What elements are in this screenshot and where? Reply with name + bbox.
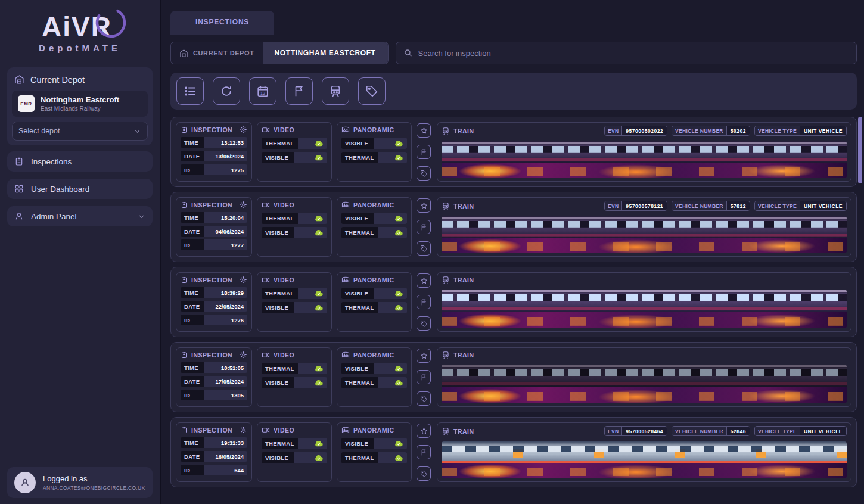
id-row: ID 1275	[181, 164, 247, 175]
cloud-available-icon[interactable]	[374, 363, 407, 374]
panoramic-thermal-row: THERMAL	[341, 152, 407, 163]
gear-icon[interactable]	[240, 126, 247, 133]
thermal-label: THERMAL	[341, 377, 378, 388]
time-row: TIME 18:39:29	[181, 287, 247, 298]
time-value: 15:20:04	[204, 212, 247, 223]
cloud-available-icon[interactable]	[374, 138, 407, 149]
train-image[interactable]	[442, 290, 847, 328]
cloud-available-icon[interactable]	[378, 302, 407, 313]
inspection-panel: INSPECTION TIME 15:20:04 DATE 04/06/2024…	[176, 197, 252, 257]
star-icon[interactable]	[417, 273, 431, 288]
panoramic-image-icon	[341, 126, 350, 134]
sidebar-item-inspections[interactable]: Inspections	[7, 151, 153, 172]
cloud-available-icon[interactable]	[298, 288, 327, 299]
time-value: 18:39:29	[204, 287, 247, 298]
list-view-button[interactable]	[176, 77, 204, 105]
flag-icon[interactable]	[417, 295, 431, 309]
select-depot-dropdown[interactable]: Select depot	[12, 122, 148, 141]
calendar-filter-button[interactable]: 12	[249, 77, 276, 105]
tab-inspections[interactable]: INSPECTIONS	[170, 11, 274, 35]
depot-item[interactable]: EMR Nottingham Eastcroft East Midlands R…	[12, 91, 148, 117]
train-image[interactable]	[442, 216, 847, 253]
video-camera-icon	[262, 126, 270, 134]
train-icon	[442, 202, 450, 210]
tag-icon[interactable]	[417, 466, 431, 481]
flag-icon[interactable]	[417, 220, 431, 234]
tag-icon[interactable]	[417, 241, 431, 256]
inspection-panel-title: INSPECTION	[191, 427, 232, 434]
thermal-label: THERMAL	[341, 152, 378, 163]
cloud-available-icon[interactable]	[294, 227, 327, 238]
sidebar-item-admin-panel[interactable]: Admin Panel	[7, 206, 153, 226]
star-icon[interactable]	[417, 198, 431, 213]
panoramic-image-icon	[341, 426, 350, 434]
train-visible-scan	[442, 365, 847, 387]
flag-icon[interactable]	[417, 145, 431, 159]
train-thermal-scan	[442, 387, 847, 403]
search-input[interactable]	[418, 49, 849, 58]
id-row: ID 644	[181, 465, 247, 475]
tag-icon[interactable]	[417, 316, 431, 331]
current-depot-header: Current Depot	[12, 72, 148, 91]
id-label: ID	[181, 390, 204, 400]
cloud-available-icon[interactable]	[378, 227, 407, 238]
cloud-available-icon[interactable]	[378, 452, 407, 463]
star-icon[interactable]	[417, 349, 431, 363]
inspections-icon	[14, 157, 24, 166]
gear-icon[interactable]	[240, 276, 247, 284]
cloud-available-icon[interactable]	[374, 438, 407, 449]
flag-icon[interactable]	[417, 445, 431, 459]
depot-operator: East Midlands Railway	[41, 105, 119, 112]
panoramic-thermal-row: THERMAL	[341, 377, 407, 388]
time-label: TIME	[181, 137, 204, 148]
depot-pill: CURRENT DEPOT NOTTINGHAM EASTCROFT	[170, 42, 389, 64]
cloud-available-icon[interactable]	[298, 363, 327, 374]
train-image[interactable]	[442, 141, 847, 178]
logged-in-user[interactable]: Logged in as ANNA.COATES@ONEBIGCIRCLE.CO…	[7, 467, 153, 498]
vehicle-type-badge: VEHICLE TYPE UNIT VEHICLE	[754, 201, 847, 211]
video-visible-row: VISIBLE	[262, 152, 327, 163]
sidebar-item-user-dashboard[interactable]: User Dashboard	[7, 179, 153, 199]
thermal-label: THERMAL	[262, 213, 298, 224]
train-image[interactable]	[442, 365, 847, 403]
video-panel: VIDEO THERMAL VISIBLE	[257, 122, 332, 182]
gear-icon[interactable]	[240, 351, 247, 359]
cloud-available-icon[interactable]	[374, 288, 407, 299]
panoramic-panel: PANORAMIC VISIBLE THERMAL	[337, 122, 412, 182]
train-panel: TRAIN EVN 957000528464 VEHICLE NUMBER 52…	[437, 422, 851, 482]
id-value: 1277	[204, 239, 247, 250]
star-icon[interactable]	[417, 424, 431, 438]
inspection-icon	[181, 427, 188, 434]
cloud-available-icon[interactable]	[294, 452, 327, 463]
date-value: 13/06/2024	[204, 151, 247, 161]
tag-icon[interactable]	[417, 166, 431, 181]
video-camera-icon	[262, 201, 270, 209]
flag-icon[interactable]	[417, 370, 431, 384]
gear-icon[interactable]	[240, 201, 247, 209]
train-visible-scan	[442, 290, 847, 312]
tag-filter-button[interactable]	[358, 77, 386, 105]
cloud-available-icon[interactable]	[378, 377, 407, 388]
scrollbar-thumb[interactable]	[858, 117, 862, 183]
vehicle-number-badge: VEHICLE NUMBER 52846	[672, 426, 750, 436]
train-panel-title: TRAIN	[453, 276, 474, 284]
train-filter-button[interactable]	[322, 77, 349, 105]
cloud-available-icon[interactable]	[298, 213, 327, 224]
train-panel-title: TRAIN	[453, 428, 474, 435]
id-row: ID 1305	[181, 390, 247, 400]
cloud-available-icon[interactable]	[374, 213, 407, 224]
refresh-button[interactable]	[213, 77, 240, 105]
tag-icon[interactable]	[417, 391, 431, 406]
current-depot-button[interactable]: CURRENT DEPOT	[171, 42, 263, 64]
train-image[interactable]	[442, 441, 847, 478]
cloud-available-icon[interactable]	[298, 138, 327, 149]
cloud-available-icon[interactable]	[294, 302, 327, 313]
cloud-available-icon[interactable]	[294, 377, 327, 388]
flag-filter-button[interactable]	[285, 77, 313, 105]
gear-icon[interactable]	[240, 426, 247, 434]
star-icon[interactable]	[417, 123, 431, 138]
cloud-available-icon[interactable]	[298, 438, 327, 449]
cloud-available-icon[interactable]	[378, 152, 407, 163]
cloud-available-icon[interactable]	[294, 152, 327, 163]
video-visible-row: VISIBLE	[262, 302, 327, 313]
